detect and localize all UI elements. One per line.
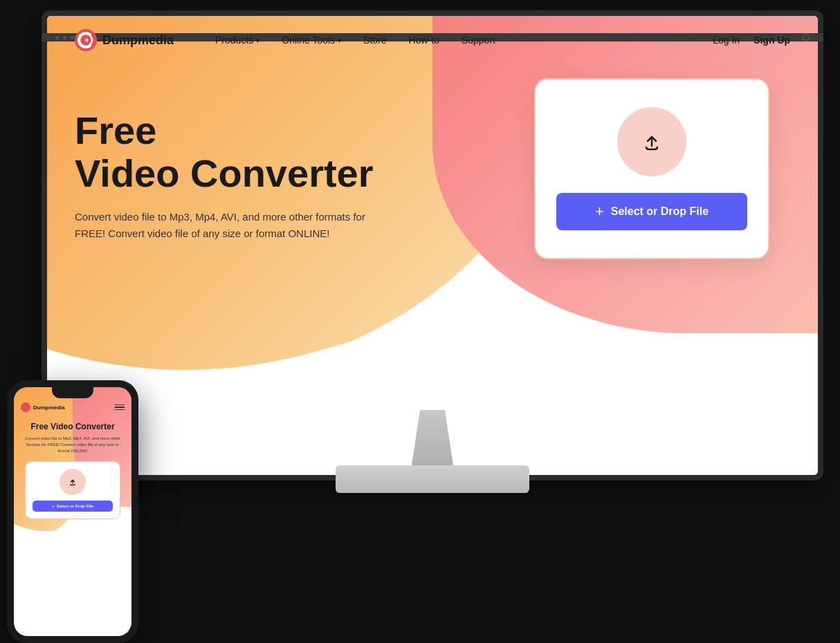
- phone-website: Dumpmedia Free Video Converter Convert v…: [14, 387, 131, 636]
- nav-item-howto[interactable]: How-to: [409, 35, 439, 46]
- signup-button[interactable]: Sign Up: [754, 35, 790, 46]
- scene: Dumpmedia Products ▾ Online Tools ▾: [0, 0, 840, 643]
- hero-text: Free Video Converter Convert video file …: [75, 109, 468, 241]
- nav-item-online-tools[interactable]: Online Tools ▾: [282, 35, 341, 46]
- phone-hero-title: Free Video Converter: [21, 422, 125, 431]
- select-drop-file-button[interactable]: + Select or Drop File: [556, 193, 747, 230]
- phone-body: Dumpmedia Free Video Converter Convert v…: [7, 380, 138, 643]
- svg-point-0: [80, 34, 92, 46]
- hero-subtitle: Convert video file to Mp3, Mp4, AVI, and…: [75, 209, 365, 242]
- menu-line: [115, 409, 125, 411]
- navbar: Dumpmedia Products ▾ Online Tools ▾: [47, 16, 818, 64]
- phone-hero-subtitle: Convert video file to Mp3, Mp4, AVI, and…: [21, 436, 125, 454]
- logo[interactable]: Dumpmedia: [75, 29, 174, 51]
- upload-card: + Select or Drop File: [534, 78, 769, 259]
- logo-icon: [75, 29, 97, 51]
- logo-text: Dumpmedia: [102, 33, 174, 48]
- chevron-down-icon: ▾: [256, 37, 259, 44]
- menu-line: [115, 404, 125, 406]
- phone-screen: Dumpmedia Free Video Converter Convert v…: [14, 387, 131, 636]
- nav-item-store[interactable]: Store: [363, 35, 386, 46]
- chevron-down-icon: ▾: [338, 37, 341, 44]
- phone-logo-icon: [21, 402, 30, 412]
- phone-logo-text: Dumpmedia: [33, 404, 65, 411]
- monitor-base: [336, 465, 529, 493]
- plus-icon: +: [595, 203, 604, 221]
- phone-notch: [52, 387, 93, 398]
- hamburger-icon[interactable]: [115, 404, 125, 411]
- upload-icon: [635, 125, 668, 158]
- monitor: Dumpmedia Products ▾ Online Tools ▾: [42, 10, 823, 508]
- website: Dumpmedia Products ▾ Online Tools ▾: [47, 16, 818, 475]
- logo-svg: [78, 32, 93, 48]
- phone-plus-icon: +: [52, 504, 55, 508]
- phone-upload-circle: [60, 469, 86, 495]
- login-button[interactable]: Log In: [713, 35, 740, 46]
- nav-item-products[interactable]: Products ▾: [215, 35, 259, 46]
- phone: Dumpmedia Free Video Converter Convert v…: [7, 380, 138, 643]
- phone-logo: Dumpmedia: [21, 402, 65, 412]
- nav-right: Log In Sign Up: [713, 35, 790, 46]
- phone-select-drop-file-button[interactable]: + Select or Drop File: [33, 501, 113, 512]
- monitor-screen: Dumpmedia Products ▾ Online Tools ▾: [47, 16, 818, 475]
- hero-content: Free Video Converter Convert video file …: [47, 64, 818, 259]
- hero-wave: [47, 308, 818, 389]
- phone-upload-icon: [66, 475, 80, 489]
- phone-upload-card: + Select or Drop File: [25, 461, 120, 519]
- nav-item-support[interactable]: Support: [462, 35, 495, 46]
- hero-title: Free Video Converter: [75, 109, 468, 194]
- nav-links: Products ▾ Online Tools ▾ Store: [215, 35, 713, 46]
- phone-hero-content: Free Video Converter Convert video file …: [14, 416, 131, 525]
- menu-line: [115, 407, 125, 408]
- upload-icon-circle: [617, 107, 686, 176]
